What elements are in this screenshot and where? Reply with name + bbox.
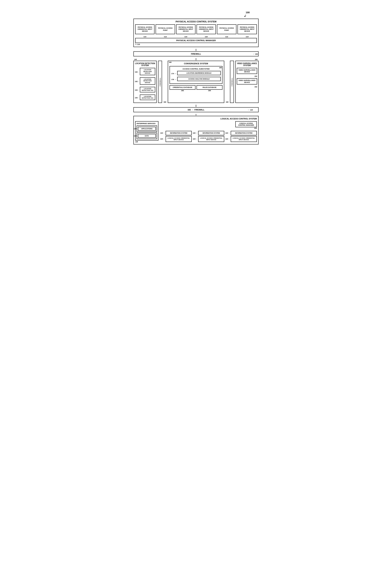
pacs-device-refs: 114 112 114 116 112 114	[135, 36, 257, 38]
rules-db-ref: 164	[196, 90, 223, 91]
pacs-manager: PHYSICAL ACCESS CONTROL MANAGER	[135, 38, 257, 43]
aam-ref: 176	[171, 79, 174, 80]
pacs-ref-114-3: 114	[238, 36, 257, 38]
pacs-ref-114-2: 114	[176, 36, 196, 38]
loc-device-1: LOCATION DETECTION DEVICE	[140, 68, 155, 75]
firewall-bottom-label: FIREWALL	[194, 109, 204, 111]
info-systems-row: 122 ← INFORMATION SYSTEM 124 ← LOGICAL A…	[160, 131, 257, 142]
apps-box: APPLICATIONS	[138, 127, 156, 131]
firewall-bottom-ref: 182	[188, 109, 191, 111]
location-ref: 140	[134, 59, 137, 60]
loc-ref-142-2: 142←	[135, 81, 139, 82]
pacs-device-5: PHYSICAL ACCESS POINT	[217, 24, 236, 34]
video-ref-150: 150	[255, 59, 257, 60]
info-sys-3: 122 ← INFORMATION SYSTEM 124 ← LOGICAL A…	[225, 131, 257, 142]
lac-ref-2: 124	[193, 138, 196, 140]
video-sys-title: VIDEO SURVEILLANCE SYSTEM	[237, 62, 257, 66]
pacs-title: PHYSICAL ACCESS CONTROL SYSTEM	[135, 20, 257, 23]
is-box-3: INFORMATION SYSTEM	[231, 131, 257, 135]
firewall-right-label: FIREWALL	[231, 77, 233, 86]
is-box-2: INFORMATION SYSTEM	[198, 131, 224, 135]
middle-section: 140 LOCATION DETECTION SYSTEM 142← LOCAT…	[133, 61, 259, 103]
pacs-device-1: PHYSICAL ACCESS CREDENTIAL INPUT DEVICE	[135, 24, 154, 34]
vid-device-2: VIDEO SURVEILLANCE DEVICE	[237, 78, 257, 84]
diagram-container: 100 ↲ PHYSICAL ACCESS CONTROL SYSTEM PHY…	[133, 4, 259, 145]
aam-box: ACCESS ANALYSIS MODULE	[177, 77, 221, 81]
firewall-left: FIREWALL	[158, 61, 162, 103]
pacs-manager-ref-arrow: ↖ 110	[135, 43, 140, 45]
pacs-ref-112-2: 112	[217, 36, 236, 38]
db-row: CREDENTIALS DATABASE 162 RULES DATABASE …	[169, 85, 223, 91]
logical-access-control-system: LOGICAL ACCESS CONTROL SYSTEM ENTERPRISE…	[133, 116, 259, 145]
ref-100-label: 100	[246, 11, 250, 14]
firewall-left-label: FIREWALL	[159, 77, 161, 86]
enterprise-title: ENTERPRISE SERVICES	[137, 123, 157, 124]
lam-box: LOCATION AWARENESS MODULE	[177, 71, 221, 75]
cred-db: CREDENTIALS DATABASE	[169, 85, 196, 89]
ent-ref: 128	[135, 141, 158, 143]
loc-device-4: LOCATION DETECTION TAG	[140, 94, 155, 100]
pacs-devices-row: PHYSICAL ACCESS CREDENTIAL INPUT DEVICE …	[135, 24, 257, 34]
is-ref-1: 122	[160, 132, 163, 134]
vid-device-1: VIDEO SURVEILLANCE DEVICE	[237, 68, 257, 74]
is-ref-2: 122	[193, 132, 196, 134]
loc-ref-142-1: 142←	[135, 71, 139, 73]
acs-ref-166: 166	[219, 67, 222, 69]
firewall-left-ref: 182	[163, 101, 166, 103]
loc-device-2: LOCATION DETECTION DEVICE	[140, 77, 155, 85]
acs-title: ACCESS CONTROL SUBSYSTEM	[171, 68, 221, 70]
data-ref: 132	[134, 135, 137, 137]
pacs-device-4: PHYSICAL ACCESS CREDENTIAL INPUT DEVICE	[196, 24, 216, 34]
firewall-right-ref: 182	[226, 101, 228, 103]
is-box-1: INFORMATION SYSTEM	[166, 131, 192, 135]
video-surveillance-system: 150 VIDEO SURVEILLANCE SYSTEM VIDEO SURV…	[235, 61, 259, 103]
firewall-top: FIREWALL ← 182	[133, 51, 259, 56]
lac-ref-1: 124	[160, 138, 163, 140]
lac-box-3: LOGICAL ACCESS CREDENTIAL INPUT DEVICE	[231, 136, 257, 142]
apps-ref: 130	[134, 128, 137, 130]
cred-db-ref: 162	[169, 90, 196, 91]
info-col: LOGICAL ACCESS CONTROL MANAGER 126 122 ←…	[160, 121, 257, 143]
lac-manager-box: LOGICAL ACCESS CONTROL MANAGER	[235, 121, 257, 127]
pacs-ref-112-1: 112	[155, 36, 175, 38]
convergence-title: CONVERGENCE SYSTEM	[169, 62, 223, 65]
firewall-bottom: 182← FIREWALL ← 120	[133, 107, 259, 112]
conv-ref-160: 160	[169, 61, 171, 63]
pacs-device-2: PHYSICAL ACCESS POINT	[155, 24, 175, 34]
pacs-device-6: PHYSICAL ACCESS CREDENTIAL INPUT DEVICE	[238, 24, 257, 34]
info-sys-1: 122 ← INFORMATION SYSTEM 124 ← LOGICAL A…	[160, 131, 192, 142]
location-sys-title: LOCATION DETECTION SYSTEM	[135, 62, 155, 66]
pacs-ref-116: 116	[196, 36, 216, 38]
enterprise-services: ENTERPRISE SERVICES 130 APPLICATIONS 132…	[135, 121, 158, 143]
data-box: DATA	[138, 134, 156, 138]
physical-access-control-system: PHYSICAL ACCESS CONTROL SYSTEM PHYSICAL …	[133, 19, 259, 47]
is-ref-3: 122	[225, 132, 228, 134]
info-sys-2: 122 ← INFORMATION SYSTEM 124 ← LOGICAL A…	[193, 131, 224, 142]
pacs-device-3: PHYSICAL ACCESS CREDENTIAL INPUT DEVICE	[176, 24, 196, 34]
loc-ref-144-2: 144←	[135, 97, 139, 99]
firewall-top-label: FIREWALL	[191, 53, 201, 55]
vid-ref-152-1: 152	[237, 75, 257, 77]
pacs-ref-114-1: 114	[135, 36, 154, 38]
lacs-title: LOGICAL ACCESS CONTROL SYSTEM	[135, 118, 257, 120]
bottom-inner: ENTERPRISE SERVICES 130 APPLICATIONS 132…	[135, 121, 257, 143]
rules-db: RULES DATABASE	[196, 85, 223, 89]
acs-box: 166 ACCESS CONTROL SUBSYSTEM 174 ← LOCAT…	[169, 66, 223, 84]
lac-manager-ref: 126	[235, 127, 257, 129]
location-detection-system: 140 LOCATION DETECTION SYSTEM 142← LOCAT…	[133, 61, 157, 103]
lam-ref: 174	[171, 73, 174, 74]
firewall-right: FIREWALL	[230, 61, 234, 103]
lac-box-2: LOGICAL ACCESS CREDENTIAL INPUT DEVICE	[198, 136, 224, 142]
loc-ref-144-1: 144←	[135, 89, 139, 91]
vid-ref-152-2: 152	[237, 86, 257, 88]
convergence-system: 160 CONVERGENCE SYSTEM 166 ACCESS CONTRO…	[168, 61, 224, 103]
lac-ref-3: 124	[225, 138, 228, 140]
lac-box-1: LOGICAL ACCESS CREDENTIAL INPUT DEVICE	[166, 136, 192, 142]
loc-device-3: LOCATION DETECTION TAG	[140, 87, 155, 92]
